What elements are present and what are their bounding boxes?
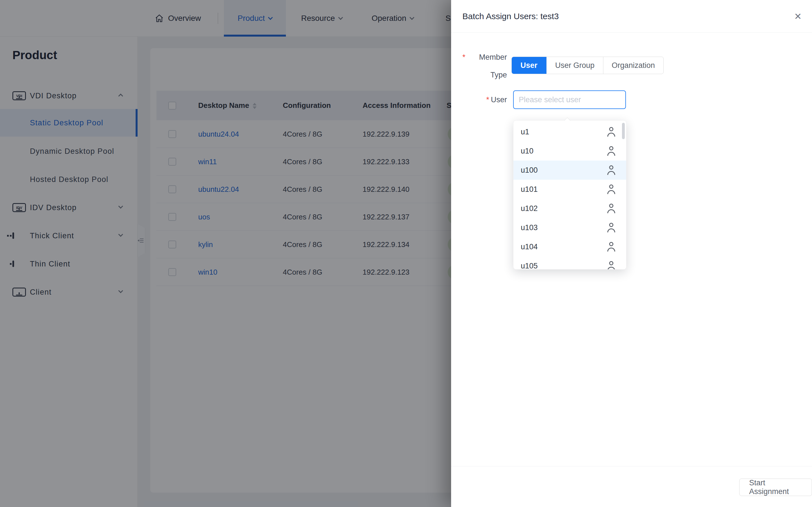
batch-assign-drawer: Batch Assign Users: test3 × * Member Typ…	[451, 0, 812, 507]
member-type-label: * Member Type	[462, 48, 507, 84]
user-select-input[interactable]	[513, 91, 626, 109]
user-dropdown: u1 u10 u100 u101 u102	[513, 118, 626, 270]
user-icon	[606, 223, 616, 232]
user-option-label: u103	[521, 218, 538, 237]
user-option[interactable]: u101	[513, 180, 626, 199]
drawer-title: Batch Assign Users: test3	[462, 0, 559, 33]
app: Overview Product Resource Operation S Pr…	[0, 0, 812, 507]
member-type-label-line1: Member	[462, 48, 507, 66]
user-option[interactable]: u102	[513, 199, 626, 218]
user-option[interactable]: u105	[513, 256, 626, 270]
user-option[interactable]: u104	[513, 237, 626, 256]
user-field-label: *User	[462, 91, 507, 109]
close-icon[interactable]: ×	[789, 0, 807, 33]
member-type-segmented-control: User User Group Organization	[511, 57, 664, 74]
user-icon	[606, 184, 616, 194]
user-option-label: u10	[521, 142, 534, 161]
dropdown-scrollbar[interactable]	[622, 123, 625, 139]
user-icon	[606, 204, 616, 213]
user-option[interactable]: u103	[513, 218, 626, 237]
user-icon	[606, 127, 616, 136]
user-dropdown-panel: u1 u10 u100 u101 u102	[513, 120, 626, 270]
drawer-footer-divider	[451, 466, 812, 466]
drawer-header: Batch Assign Users: test3 ×	[451, 0, 812, 33]
user-option-highlighted[interactable]: u100	[513, 161, 626, 180]
user-option-label: u100	[521, 161, 538, 180]
start-assignment-button[interactable]: Start Assignment	[739, 478, 812, 496]
required-asterisk: *	[462, 48, 465, 66]
user-icon	[606, 242, 616, 251]
user-option-label: u1	[521, 122, 529, 142]
member-type-label-line2: Type	[462, 66, 507, 84]
user-icon	[606, 146, 616, 156]
tab-organization[interactable]: Organization	[603, 57, 663, 74]
user-option-label: u104	[521, 237, 538, 256]
user-option-label: u101	[521, 180, 538, 199]
required-asterisk: *	[486, 96, 489, 104]
start-assignment-label: Start Assignment	[749, 478, 802, 496]
user-icon	[606, 261, 616, 270]
user-option-label: u102	[521, 199, 538, 218]
user-option[interactable]: u10	[513, 142, 626, 161]
user-option[interactable]: u1	[513, 122, 626, 142]
modal-overlay[interactable]	[0, 0, 451, 507]
user-option-label: u105	[521, 256, 538, 270]
user-icon	[606, 165, 616, 175]
tab-user-group[interactable]: User Group	[546, 57, 603, 74]
tab-user[interactable]: User	[511, 57, 546, 74]
user-label-text: User	[491, 96, 507, 104]
